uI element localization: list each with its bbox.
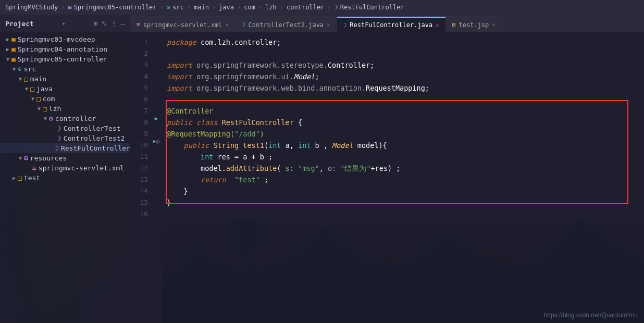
sidebar-title-arrow: ▾ [62,20,66,27]
code-line-7: @Controller [167,105,644,117]
xml-tab-icon: ≡ [137,21,140,28]
tab-test-label: test.jsp [459,21,489,29]
jsp-tab-icon: ⊞ [452,21,456,28]
breadcrumb-module[interactable]: Springmvc05-controller [74,4,157,11]
src-icon: ⊙ [18,65,22,73]
code-line-6 [167,94,644,105]
watermark: https://blog.csdn.net/QuantumYou [544,312,638,319]
sidebar-label-com: com [43,95,55,103]
sidebar-item-springmvc05[interactable]: ▼ ▣ Springmvc05-controller [0,54,130,64]
code-line-9: @RequestMapping("/add") [167,128,644,140]
tab-xml-label: springmvc-servlet.xml [143,21,222,29]
expand-arrow: ▼ [35,106,43,111]
sidebar-item-test[interactable]: ▶ □ test [0,173,130,183]
breadcrumb-src[interactable]: src [172,4,184,11]
breadcrumb-icon-src: ⊙ [167,4,170,11]
code-line-13: return "test" ; [167,174,644,185]
code-line-14: } [167,185,644,197]
module-icon: ▣ [11,35,16,43]
sidebar-item-controllertest[interactable]: ☽ ControllerTest [0,123,130,133]
tab-test[interactable]: ⊞ test.jsp ✕ [446,17,502,32]
sidebar-label-restful: RestFulController [61,144,130,152]
code-line-1: package com.lzh.controller; [167,36,644,48]
options-icon[interactable]: ⋮ [110,19,118,28]
code-line-8: public class RestFulController { [167,117,644,128]
sidebar-label-ct: ControllerTest [64,125,121,132]
sidebar-label-src: src [24,65,36,73]
tabs-bar: ≡ springmvc-servlet.xml ✕ ☽ ControllerTe… [130,15,644,32]
sidebar-item-controllertest2[interactable]: ☽ ControllerTest2 [0,133,130,143]
sidebar-label-ct2: ControllerTest2 [64,134,125,142]
expand-arrow: ▼ [10,66,18,72]
sidebar-item-springmvc04[interactable]: ▶ ▣ Springmvc04-annotation [0,44,130,54]
expand-arrow: ▼ [42,116,49,121]
run-icon-line8[interactable]: ▶ [155,115,158,122]
code-line-10: public String test1(int a, int b , Model… [167,140,644,151]
folder-icon: □ [30,85,34,93]
sidebar-item-restful[interactable]: ☽ RestFulController [0,143,130,153]
target-icon[interactable]: ⊕ [93,19,97,28]
resources-icon: ⊞ [24,154,28,162]
sidebar-item-src[interactable]: ▼ ⊙ src [0,64,130,74]
editor-panel: ≡ springmvc-servlet.xml ✕ ☽ ControllerTe… [130,15,644,323]
java-file-icon: ☽ [55,144,59,152]
line-numbers: 1 2 3 4 5 6 7 8 9 10 11 12 13 14 15 16 [130,32,151,323]
sidebar-item-java[interactable]: ▼ □ java [0,84,130,94]
breadcrumb-class[interactable]: RestFulController [340,4,404,11]
sidebar-content: ▶ ▣ Springmvc03-mvcdeep ▶ ▣ Springmvc04-… [0,32,130,323]
sidebar-label-springmvc05: Springmvc05-controller [18,55,107,63]
run-icon-line10[interactable]: ▶ [153,139,156,144]
code-editor[interactable]: package com.lzh.controller; import org.s… [162,32,644,323]
sidebar: Project ▾ ⊕ ⤡ ⋮ — ▶ ▣ Springmvc03-mvcdee… [0,15,130,323]
breadcrumb-icon-class: ☽ [335,4,338,11]
folder-icon: □ [43,105,47,113]
tab-rfc-close[interactable]: ✕ [436,22,439,29]
sidebar-item-xml[interactable]: ≡ springmvc-servlet.xml [0,163,130,173]
sidebar-header: Project ▾ ⊕ ⤡ ⋮ — [0,15,130,32]
module-icon: ▣ [11,55,16,63]
tab-ct2[interactable]: ☽ ControllerTest2.java ✕ [236,17,337,32]
sidebar-label-springmvc03: Springmvc03-mvcdeep [18,35,95,43]
code-line-15: } [167,197,644,208]
sidebar-item-controller[interactable]: ▼ ⚙ controller [0,114,130,123]
sidebar-label-controller: controller [55,115,96,122]
editor-area: 1 2 3 4 5 6 7 8 9 10 11 12 13 14 15 16 [130,32,644,323]
breadcrumb-controller[interactable]: controller [287,4,324,11]
tab-ct2-close[interactable]: ✕ [327,21,330,28]
sidebar-label-lzh: lzh [49,105,61,113]
breadcrumb-java[interactable]: java [219,4,234,11]
sidebar-label-resources: resources [30,154,67,162]
expand-arrow: ▼ [29,96,36,102]
sidebar-item-com[interactable]: ▼ □ com [0,94,130,104]
folder-icon: □ [36,95,41,103]
expand-arrow: ▼ [23,86,30,92]
expand-arrow: ▶ [4,36,11,42]
sidebar-item-lzh[interactable]: ▼ □ lzh [0,104,130,114]
sidebar-title: Project [5,20,34,28]
tab-rfc-label: RestFulController.java [350,21,432,29]
sidebar-item-main[interactable]: ▼ □ main [0,74,130,84]
controller-folder-icon: ⚙ [49,115,53,122]
tab-xml[interactable]: ≡ springmvc-servlet.xml ✕ [130,17,236,32]
sidebar-label-main: main [30,75,46,83]
breadcrumb-main[interactable]: main [194,4,209,11]
controller-tab-icon: ☽ [343,22,347,29]
tab-test-close[interactable]: ✕ [492,21,496,28]
sidebar-label-test: test [24,174,40,182]
module-icon: ▣ [11,45,16,53]
tab-rfc[interactable]: ☽ RestFulController.java ✕ [337,17,446,32]
minimize-icon[interactable]: — [121,19,125,28]
breadcrumb-project[interactable]: SpringMVCStudy [5,4,58,11]
sidebar-item-resources[interactable]: ▼ ⊞ resources [0,153,130,163]
sidebar-label-java: java [36,85,53,93]
expand-arrow: ▼ [4,56,11,62]
breadcrumb-lzh[interactable]: lzh [265,4,277,11]
sidebar-item-springmvc03[interactable]: ▶ ▣ Springmvc03-mvcdeep [0,34,130,44]
code-line-16 [167,208,644,220]
breadcrumb-com[interactable]: com [244,4,255,11]
sidebar-label-xml: springmvc-servlet.xml [39,164,124,172]
collapse-icon[interactable]: ⤡ [101,19,107,28]
tab-xml-close[interactable]: ✕ [225,21,229,28]
code-line-12: model.addAttribute( s: "msg", o: "结果为"+r… [167,163,644,174]
java-file-icon: ☽ [57,134,61,142]
